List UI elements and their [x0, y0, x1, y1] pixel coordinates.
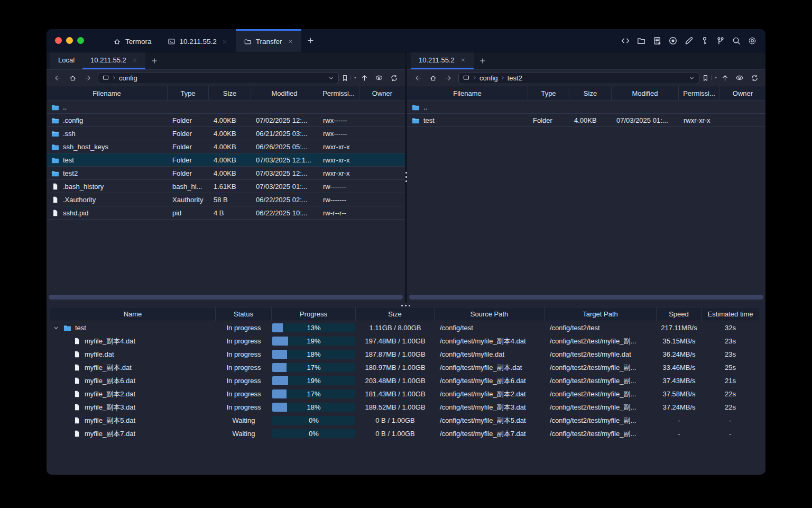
column-header-modified[interactable]: Modified: [612, 86, 679, 100]
left-horizontal-scrollbar[interactable]: [49, 295, 403, 300]
transfer-splitter[interactable]: [47, 303, 765, 307]
monitor-icon: [463, 74, 470, 81]
transfer-row-myfile-6-dat[interactable]: myfile_副本6.datIn progress19%203.48MB / 1…: [50, 374, 759, 387]
right-forward-button[interactable]: [441, 71, 455, 84]
right-toggle-hidden-button[interactable]: [733, 71, 746, 84]
transfer-row-myfile-2-dat[interactable]: myfile_副本2.datIn progress17%181.43MB / 1…: [50, 387, 759, 401]
chevron-down-icon[interactable]: [688, 75, 695, 81]
edit-button[interactable]: [684, 35, 694, 46]
left-new-tab-button[interactable]: [145, 52, 163, 69]
right-up-button[interactable]: [718, 71, 732, 84]
column-header-type[interactable]: Type: [168, 86, 209, 100]
source-path-cell: /config/test/myfile_副本.dat: [435, 363, 545, 373]
left-bookmark-button[interactable]: [343, 71, 356, 84]
transfer-column-header-size[interactable]: Size: [356, 307, 435, 321]
close-icon[interactable]: [460, 57, 466, 63]
caret-down-icon[interactable]: [350, 75, 358, 80]
transfer-row-myfile-5-dat[interactable]: myfile_副本5.datWaiting0%0 B / 1.00GB/conf…: [50, 414, 759, 427]
column-header-permissi[interactable]: Permissi...: [318, 86, 359, 100]
edit-icon: [684, 36, 694, 46]
column-header-filename[interactable]: Filename: [407, 86, 528, 100]
log-button[interactable]: [652, 35, 662, 46]
key-button[interactable]: [699, 35, 710, 46]
file-row-test[interactable]: testFolder4.00KB07/03/2025 12:1...rwxr-x…: [47, 153, 405, 167]
window-tab-transfer[interactable]: Transfer: [236, 29, 301, 52]
expander-chevron-icon[interactable]: [52, 324, 60, 332]
right-refresh-button[interactable]: [748, 71, 761, 84]
new-window-tab-button[interactable]: [301, 29, 320, 52]
transfer-column-header-name[interactable]: Name: [50, 307, 216, 321]
column-header-size[interactable]: Size: [209, 86, 251, 100]
right-back-button[interactable]: [411, 71, 425, 84]
folder-button[interactable]: [636, 35, 647, 46]
right-new-tab-button[interactable]: [474, 52, 492, 69]
window-tab-10-211-55-2[interactable]: 10.211.55.2: [160, 29, 236, 52]
path-segment[interactable]: test2: [508, 74, 522, 82]
file-row-sshd-pid[interactable]: sshd.pidpid4 B06/22/2025 10:...rw-r--r--: [47, 206, 405, 220]
transfer-column-header-source-path[interactable]: Source Path: [435, 307, 545, 321]
column-header-type[interactable]: Type: [528, 86, 569, 100]
window-tab-termora[interactable]: Termora: [105, 29, 160, 52]
chevron-down-icon[interactable]: [328, 75, 335, 81]
column-header-owner[interactable]: Owner: [359, 86, 405, 100]
file-row-config[interactable]: .configFolder4.00KB07/02/2025 12:...rwx-…: [47, 114, 405, 127]
transfer-row-myfile-dat[interactable]: myfile_副本.datIn progress17%180.97MB / 1.…: [50, 361, 759, 374]
close-icon[interactable]: [288, 39, 293, 44]
path-segment[interactable]: config: [479, 74, 498, 82]
column-header-filename[interactable]: Filename: [47, 86, 168, 100]
file-row-[interactable]: ..: [407, 101, 765, 114]
column-header-permissi[interactable]: Permissi...: [679, 86, 720, 100]
right-horizontal-scrollbar[interactable]: [409, 295, 763, 300]
file-row-test2[interactable]: test2Folder4.00KB07/03/2025 12:...rwxr-x…: [47, 167, 405, 180]
left-tab-10-211-55-2[interactable]: 10.211.55.2: [82, 52, 145, 69]
right-path-breadcrumb[interactable]: configtest2: [458, 72, 699, 84]
zoom-window-button[interactable]: [77, 37, 84, 44]
column-header-size[interactable]: Size: [569, 86, 612, 100]
right-home-button[interactable]: [426, 71, 440, 84]
left-tab-local[interactable]: Local: [50, 52, 82, 69]
home-icon: [113, 38, 121, 46]
close-icon[interactable]: [132, 57, 137, 63]
file-row-ssh-host-keys[interactable]: ssh_host_keysFolder4.00KB06/26/2025 05:.…: [47, 140, 405, 153]
left-forward-button[interactable]: [80, 71, 94, 84]
transfer-row-myfile-3-dat[interactable]: myfile_副本3.datIn progress18%189.52MB / 1…: [50, 401, 759, 414]
size-cell: 4.00KB: [209, 130, 251, 138]
transfer-row-myfile-7-dat[interactable]: myfile_副本7.datWaiting0%0 B / 1.00GB/conf…: [50, 427, 759, 440]
transfer-row-test[interactable]: testIn progress13%1.11GB / 8.00GB/config…: [50, 321, 759, 334]
record-button[interactable]: [668, 35, 678, 46]
left-back-button[interactable]: [51, 71, 64, 84]
transfer-row-myfile-dat[interactable]: myfile.datIn progress18%187.87MB / 1.00G…: [50, 348, 759, 361]
keychain-button[interactable]: [715, 35, 726, 46]
file-row-bash-history[interactable]: .bash_historybash_hi...1.61KB07/03/2025 …: [47, 180, 405, 193]
transfer-column-header-progress[interactable]: Progress: [272, 307, 356, 321]
code-button[interactable]: [620, 35, 631, 46]
close-icon[interactable]: [222, 39, 228, 44]
path-segment[interactable]: config: [119, 74, 137, 82]
left-up-button[interactable]: [357, 71, 371, 84]
file-row-xauthority[interactable]: .XauthorityXauthority58 B06/22/2025 02:.…: [47, 193, 405, 206]
minimize-window-button[interactable]: [66, 37, 73, 44]
file-row-ssh[interactable]: .sshFolder4.00KB06/21/2025 03:...rwx----…: [47, 127, 405, 140]
transfer-column-header-speed[interactable]: Speed: [657, 307, 702, 321]
close-window-button[interactable]: [55, 37, 62, 44]
caret-down-icon[interactable]: [711, 75, 718, 80]
left-home-button[interactable]: [66, 71, 79, 84]
terminal-icon: [168, 38, 176, 46]
settings-button[interactable]: [747, 35, 758, 46]
column-header-modified[interactable]: Modified: [251, 86, 318, 100]
speed-cell: 33.46MB/s: [657, 364, 702, 371]
left-toggle-hidden-button[interactable]: [372, 71, 386, 84]
file-row-test[interactable]: testFolder4.00KB07/03/2025 01:...rwxr-xr…: [407, 114, 765, 127]
file-row-[interactable]: ..: [47, 101, 405, 114]
search-button[interactable]: [731, 35, 742, 46]
left-path-breadcrumb[interactable]: config: [98, 72, 339, 84]
left-refresh-button[interactable]: [387, 71, 401, 84]
column-header-owner[interactable]: Owner: [720, 86, 765, 100]
right-bookmark-button[interactable]: [703, 71, 717, 84]
estimated-time-cell: 23s: [702, 350, 759, 358]
transfer-column-header-target-path[interactable]: Target Path: [545, 307, 657, 321]
right-tab-10-211-55-2[interactable]: 10.211.55.2: [411, 52, 474, 69]
transfer-column-header-status[interactable]: Status: [216, 307, 272, 321]
transfer-row-myfile-4-dat[interactable]: myfile_副本4.datIn progress19%197.48MB / 1…: [50, 334, 759, 348]
transfer-column-header-estimated-time[interactable]: Estimated time: [702, 307, 759, 321]
